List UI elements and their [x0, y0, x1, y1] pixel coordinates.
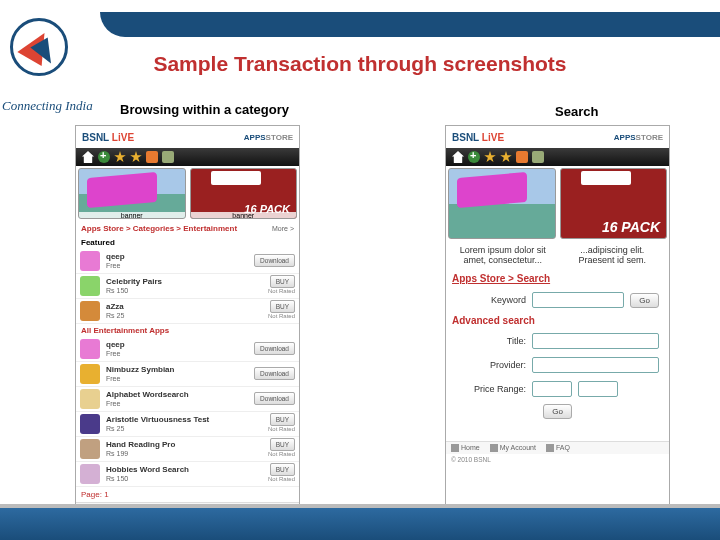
app-action-button[interactable]: Download: [254, 367, 295, 380]
title-input[interactable]: [532, 333, 659, 349]
banner-solitaire[interactable]: solitaire16 PACKbanner: [190, 168, 298, 219]
app-price: Free: [106, 375, 254, 383]
star-icon[interactable]: [130, 151, 142, 163]
app-row[interactable]: Hobbies Word SearchRs 150BUYNot Rated: [76, 462, 299, 487]
header-swoosh: [0, 0, 720, 55]
pager[interactable]: Page: 1: [76, 487, 299, 502]
phone-header: BSNL LiVE APPSSTORE: [76, 126, 299, 148]
app-row[interactable]: Nimbuzz SymbianFreeDownload: [76, 362, 299, 387]
phone-footer: Home My Account FAQ: [446, 441, 669, 454]
banner-solitaire[interactable]: solitaire16 PACK: [560, 168, 668, 239]
app-action-button[interactable]: Download: [254, 392, 295, 405]
price-max-input[interactable]: [578, 381, 618, 397]
app-action-button[interactable]: Download: [254, 342, 295, 355]
phone-toolbar: [446, 148, 669, 166]
apps-store-logo: APPSSTORE: [614, 133, 663, 142]
app-action-button[interactable]: BUY: [270, 413, 295, 426]
app-rating: Not Rated: [268, 288, 295, 295]
app-name: qeep: [106, 341, 254, 350]
slide-footer-bar: [0, 508, 720, 540]
cart-icon[interactable]: [146, 151, 158, 163]
keyword-input[interactable]: [532, 292, 624, 308]
all-apps-header: All Entertainment Apps: [76, 324, 299, 337]
app-name: Aristotle Virtuousness Test: [106, 416, 268, 425]
slide-title: Sample Transaction through screenshots: [0, 52, 720, 76]
user-icon: [490, 444, 498, 452]
app-row[interactable]: Hand Reading ProRs 199BUYNot Rated: [76, 437, 299, 462]
app-name: Hand Reading Pro: [106, 441, 268, 450]
breadcrumb[interactable]: Apps Store > Categories > EntertainmentM…: [76, 221, 299, 236]
app-icon: [80, 364, 100, 384]
app-icon: [80, 439, 100, 459]
star-icon[interactable]: [114, 151, 126, 163]
add-icon[interactable]: [468, 151, 480, 163]
app-price: Rs 199: [106, 450, 268, 458]
app-action-button[interactable]: BUY: [270, 438, 295, 451]
advanced-search-header: Advanced search: [446, 312, 669, 329]
home-icon[interactable]: [82, 151, 94, 163]
app-action-button[interactable]: BUY: [270, 300, 295, 313]
home-icon: [451, 444, 459, 452]
add-icon[interactable]: [98, 151, 110, 163]
app-row[interactable]: Alphabet WordsearchFreeDownload: [76, 387, 299, 412]
go-button[interactable]: Go: [543, 404, 572, 419]
bsnl-logo: BSNL LiVE: [452, 132, 504, 143]
title-label: Title:: [456, 336, 526, 346]
footer-account[interactable]: My Account: [490, 444, 536, 452]
app-rating: Not Rated: [268, 313, 295, 320]
copyright: © 2010 BSNL: [446, 454, 669, 465]
bsnl-logo: BSNL LiVE: [82, 132, 134, 143]
app-action-button[interactable]: BUY: [270, 275, 295, 288]
price-range-label: Price Range:: [456, 384, 526, 394]
app-icon: [80, 414, 100, 434]
banner-captions: Lorem ipsum dolor sit amet, consectetur.…: [446, 241, 669, 269]
footer-home[interactable]: Home: [451, 444, 480, 452]
apps-store-logo: APPSSTORE: [244, 133, 293, 142]
search-breadcrumb[interactable]: Apps Store > Search: [446, 269, 669, 288]
app-price: Rs 25: [106, 425, 268, 433]
cart-icon[interactable]: [516, 151, 528, 163]
app-row[interactable]: Celebrity PairsRs 150BUYNot Rated: [76, 274, 299, 299]
phone-screenshot-browsing: BSNL LiVE APPSSTORE San Franciscobanner …: [75, 125, 300, 520]
app-icon: [80, 389, 100, 409]
app-price: Free: [106, 262, 254, 270]
help-icon: [546, 444, 554, 452]
home-icon[interactable]: [452, 151, 464, 163]
app-price: Free: [106, 350, 254, 358]
star-icon[interactable]: [500, 151, 512, 163]
app-name: Alphabet Wordsearch: [106, 391, 254, 400]
app-price: Free: [106, 400, 254, 408]
banner-tycoon[interactable]: San Francisco: [448, 168, 556, 239]
app-row[interactable]: qeepFreeDownload: [76, 337, 299, 362]
app-row[interactable]: aZzaRs 25BUYNot Rated: [76, 299, 299, 324]
app-row[interactable]: Aristotle Virtuousness TestRs 25BUYNot R…: [76, 412, 299, 437]
app-action-button[interactable]: BUY: [270, 463, 295, 476]
price-min-input[interactable]: [532, 381, 572, 397]
app-name: aZza: [106, 303, 268, 312]
app-icon: [80, 251, 100, 271]
app-name: Nimbuzz Symbian: [106, 366, 254, 375]
star-icon[interactable]: [484, 151, 496, 163]
app-name: qeep: [106, 253, 254, 262]
app-rating: Not Rated: [268, 476, 295, 483]
user-icon[interactable]: [532, 151, 544, 163]
phone-header: BSNL LiVE APPSSTORE: [446, 126, 669, 148]
caption-search: Search: [555, 104, 598, 119]
provider-input[interactable]: [532, 357, 659, 373]
featured-header: Featured: [76, 236, 299, 249]
go-button[interactable]: Go: [630, 293, 659, 308]
footer-faq[interactable]: FAQ: [546, 444, 570, 452]
app-icon: [80, 301, 100, 321]
phone-toolbar: [76, 148, 299, 166]
app-row[interactable]: qeepFreeDownload: [76, 249, 299, 274]
user-icon[interactable]: [162, 151, 174, 163]
app-price: Rs 150: [106, 287, 268, 295]
logo-tagline: Connecting India: [2, 98, 93, 114]
more-link[interactable]: More >: [272, 225, 294, 232]
app-price: Rs 150: [106, 475, 268, 483]
app-name: Celebrity Pairs: [106, 278, 268, 287]
app-rating: Not Rated: [268, 426, 295, 433]
banner-tycoon[interactable]: San Franciscobanner: [78, 168, 186, 219]
app-action-button[interactable]: Download: [254, 254, 295, 267]
app-icon: [80, 464, 100, 484]
